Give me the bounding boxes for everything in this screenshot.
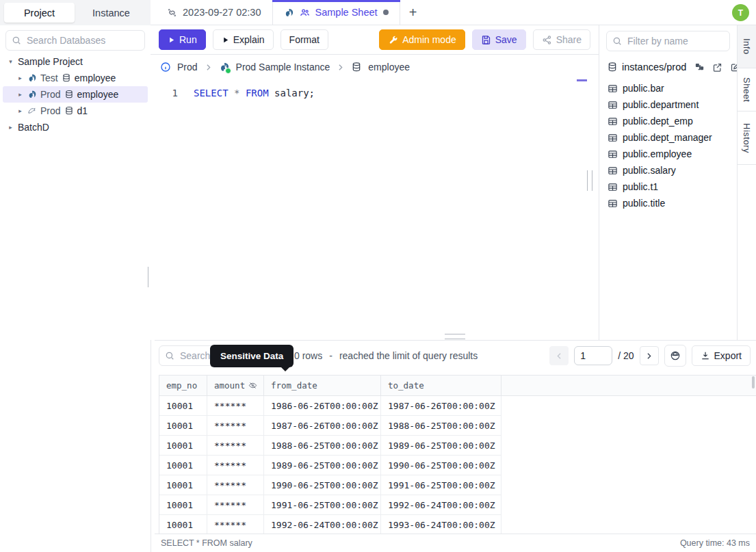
sql-editor-app: Project Instance ▾ Sample Project ▸ Test…	[0, 0, 756, 552]
external-link-icon[interactable]	[712, 62, 722, 73]
database-tree: ▾ Sample Project ▸ Test employee ▸ Prod …	[0, 53, 151, 135]
column-header[interactable]: amount	[207, 376, 264, 395]
table-row[interactable]: 10001 ****** 1989-06-25T00:00:00Z 1990-0…	[159, 456, 756, 475]
table-scrollbar[interactable]	[752, 376, 755, 389]
table-icon	[608, 83, 618, 94]
sensitive-data-tooltip: Sensitive Data	[210, 345, 294, 367]
table-icon	[608, 116, 618, 127]
tab-sheet[interactable]: Sheet	[738, 68, 756, 111]
database-icon	[607, 62, 618, 73]
tab-query-history[interactable]: 2023-09-27 02:30	[156, 0, 273, 25]
column-header[interactable]: emp_no	[159, 376, 207, 395]
play-icon	[168, 36, 175, 44]
share-button[interactable]: Share	[533, 29, 590, 50]
left-sidebar: Project Instance ▾ Sample Project ▸ Test…	[0, 0, 151, 552]
sql-code: SELECT * FROM salary;	[178, 86, 315, 100]
page-number-input[interactable]	[574, 346, 612, 365]
tab-sample-sheet[interactable]: Sample Sheet	[273, 0, 400, 25]
search-icon	[612, 36, 622, 46]
search-databases-input[interactable]	[5, 30, 145, 51]
right-panel-resize-handle[interactable]	[587, 170, 592, 191]
table-row[interactable]: 10001 ****** 1987-06-26T00:00:00Z 1988-0…	[159, 416, 756, 436]
column-header-filler	[501, 376, 756, 395]
status-dot-icon	[225, 68, 231, 74]
table-row[interactable]: 10001 ****** 1988-06-25T00:00:00Z 1989-0…	[159, 436, 756, 456]
sql-editor-line[interactable]: 1 SELECT * FROM salary;	[151, 86, 599, 100]
table-header-row: emp_no amount from_date to_date	[159, 376, 756, 396]
database-search	[5, 30, 145, 51]
results-resize-handle[interactable]	[445, 334, 465, 339]
tree-node-prod-employee[interactable]: ▸ Prod employee	[3, 86, 148, 103]
instance-path-row: instances/prod	[599, 58, 737, 76]
instance-path: instances/prod	[622, 62, 686, 73]
tree-node-prod-d1[interactable]: ▸ Prod d1	[3, 103, 148, 119]
explain-button[interactable]: Explain	[213, 29, 274, 50]
info-icon[interactable]	[160, 62, 171, 73]
tab-instance[interactable]: Instance	[76, 3, 146, 23]
table-item[interactable]: public.title	[599, 195, 737, 211]
tree-node-batchd[interactable]: ▸ BatchD	[3, 119, 148, 135]
chevron-right-icon	[204, 63, 213, 72]
table-item[interactable]: public.dept_manager	[599, 129, 737, 146]
table-item[interactable]: public.dept_emp	[599, 113, 737, 129]
eye-off-icon[interactable]	[248, 381, 257, 390]
chevron-right-icon	[336, 63, 345, 72]
table-item[interactable]: public.bar	[599, 80, 737, 96]
next-page-button[interactable]	[640, 346, 659, 365]
table-item[interactable]: public.salary	[599, 162, 737, 179]
people-icon	[300, 8, 310, 18]
sidebar-tab-strip: Project Instance	[0, 0, 151, 25]
export-button[interactable]: Export	[692, 345, 751, 366]
table-item[interactable]: public.employee	[599, 146, 737, 162]
format-button[interactable]: Format	[281, 29, 328, 50]
caret-right-icon: ▸	[16, 75, 24, 81]
tab-history[interactable]: History	[738, 111, 756, 165]
admin-mode-button[interactable]: Admin mode	[379, 29, 465, 50]
chevron-left-icon	[555, 352, 564, 360]
caret-right-icon: ▸	[7, 124, 14, 131]
wrench-icon	[388, 35, 398, 45]
table-row[interactable]: 10001 ****** 1990-06-25T00:00:00Z 1991-0…	[159, 475, 756, 495]
table-item[interactable]: public.department	[599, 96, 737, 113]
add-tab-button[interactable]: +	[400, 0, 426, 25]
tree-node-test-employee[interactable]: ▸ Test employee	[3, 70, 148, 86]
breadcrumb-env[interactable]: Prod	[177, 62, 198, 73]
results-panel: 0 rows - reached the limit of query resu…	[155, 340, 756, 552]
breadcrumb-database[interactable]: employee	[368, 62, 410, 73]
filter-by-name-input[interactable]	[606, 31, 730, 51]
schema-panel: instances/prod public.bar public.departm…	[599, 25, 737, 340]
column-header[interactable]: from_date	[264, 376, 381, 395]
table-filter	[606, 31, 730, 51]
sheet-tab-bar: 2023-09-27 02:30 Sample Sheet +	[151, 0, 756, 25]
line-number: 1	[151, 86, 178, 100]
pagination: / 20 Export	[549, 345, 751, 367]
database-icon	[64, 90, 74, 99]
prev-page-button[interactable]	[549, 346, 569, 365]
table-row[interactable]: 10001 ****** 1992-06-24T00:00:00Z 1993-0…	[159, 515, 756, 535]
save-button[interactable]: Save	[472, 29, 526, 50]
search-icon	[165, 351, 174, 360]
schema-diagram-icon[interactable]	[694, 62, 705, 73]
table-row[interactable]: 10001 ****** 1991-06-25T00:00:00Z 1992-0…	[159, 495, 756, 515]
play-icon	[222, 36, 229, 44]
data-masking-button[interactable]	[664, 345, 686, 367]
unlink-icon	[167, 8, 177, 18]
column-header[interactable]: to_date	[381, 376, 501, 395]
table-row[interactable]: 10001 ****** 1986-06-26T00:00:00Z 1987-0…	[159, 396, 756, 416]
breadcrumb: Prod Prod Sample Instance employee	[151, 55, 599, 79]
table-item[interactable]: public.t1	[599, 179, 737, 195]
postgres-icon	[219, 62, 230, 73]
tree-node-sample-project[interactable]: ▾ Sample Project	[3, 53, 148, 70]
run-button[interactable]: Run	[159, 29, 206, 50]
editor-scrollbar-mark	[577, 79, 587, 81]
caret-right-icon: ▸	[16, 107, 24, 114]
executed-sql: SELECT * FROM salary	[161, 538, 252, 548]
save-icon	[481, 35, 491, 45]
search-icon	[12, 36, 21, 45]
user-avatar[interactable]: T	[732, 4, 749, 21]
chevron-right-icon	[644, 352, 653, 360]
tab-project[interactable]: Project	[4, 3, 75, 23]
tab-info[interactable]: Info	[738, 25, 756, 68]
caret-down-icon: ▾	[7, 58, 14, 65]
breadcrumb-instance[interactable]: Prod Sample Instance	[236, 62, 330, 73]
